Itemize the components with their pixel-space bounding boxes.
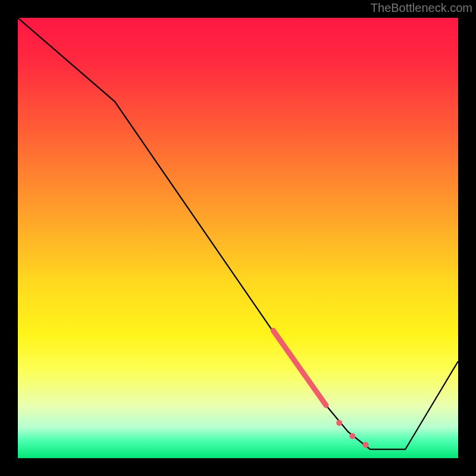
highlight-point — [336, 420, 342, 426]
watermark-text: TheBottleneck.com — [371, 1, 472, 15]
highlight-layer — [18, 18, 458, 458]
highlight-segment — [273, 330, 326, 405]
highlight-point — [349, 433, 355, 439]
highlight-point — [363, 442, 369, 448]
plot-area — [18, 18, 458, 458]
chart-container: TheBottleneck.com — [0, 0, 476, 476]
highlight-points — [336, 420, 368, 448]
